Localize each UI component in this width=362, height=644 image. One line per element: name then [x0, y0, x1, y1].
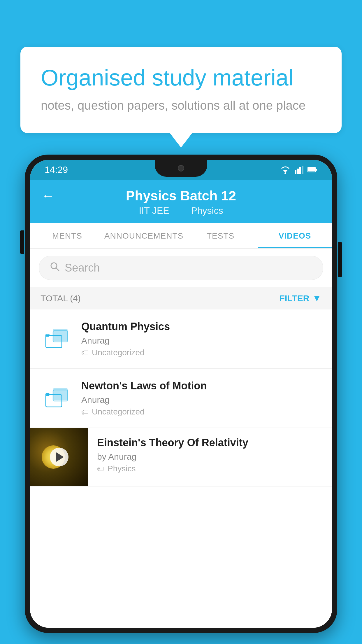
page-title: Physics Batch 12 [126, 188, 236, 204]
video-info-2: Newton's Laws of Motion Anurag 🏷 Uncateg… [81, 380, 321, 416]
video-author-1: Anurag [81, 336, 321, 346]
tab-tests[interactable]: TESTS [183, 223, 258, 248]
filter-funnel-icon: ▼ [312, 293, 321, 304]
tab-ments[interactable]: MENTS [30, 223, 104, 248]
video-tag-1: 🏷 Uncategorized [81, 348, 321, 357]
video-tag-2: 🏷 Uncategorized [81, 407, 321, 416]
phone-screen: 14:29 [30, 160, 332, 628]
tab-bar: MENTS ANNOUNCEMENTS TESTS VIDEOS [30, 223, 332, 249]
header-subtitle-sep [179, 205, 184, 216]
list-item[interactable]: Quantum Physics Anurag 🏷 Uncategorized [30, 309, 332, 369]
svg-rect-5 [302, 166, 303, 174]
video-tag-3: 🏷 Physics [97, 464, 323, 473]
play-button-3[interactable] [50, 448, 68, 466]
folder-icon-1 [41, 323, 73, 355]
video-info-1: Quantum Physics Anurag 🏷 Uncategorized [81, 321, 321, 357]
video-title-3: Einstein's Theory Of Relativity [97, 437, 323, 449]
tab-videos[interactable]: VIDEOS [258, 223, 332, 248]
tag-icon-1: 🏷 [81, 348, 89, 357]
speech-bubble: Organised study material notes, question… [20, 47, 342, 133]
list-item[interactable]: Einstein's Theory Of Relativity by Anura… [30, 428, 332, 487]
app-header: ← Physics Batch 12 IIT JEE Physics [30, 180, 332, 223]
header-subtitle-iitjee: IIT JEE [139, 205, 169, 216]
video-author-3: by Anurag [97, 452, 323, 462]
video-list: Quantum Physics Anurag 🏷 Uncategorized [30, 309, 332, 628]
list-item[interactable]: Newton's Laws of Motion Anurag 🏷 Uncateg… [30, 369, 332, 428]
header-row: ← Physics Batch 12 [42, 188, 320, 204]
tag-icon-2: 🏷 [81, 407, 89, 416]
wifi-icon [280, 166, 291, 174]
filter-button[interactable]: FILTER ▼ [280, 293, 321, 304]
svg-rect-4 [299, 167, 301, 174]
video-thumbnail-3 [30, 428, 88, 486]
video-info-3: Einstein's Theory Of Relativity by Anura… [88, 428, 332, 482]
bubble-subtitle: notes, question papers, solutions all at… [41, 99, 321, 113]
svg-rect-3 [297, 169, 299, 174]
bubble-title: Organised study material [41, 64, 321, 92]
tab-announcements[interactable]: ANNOUNCEMENTS [104, 223, 183, 248]
phone-wrapper: 14:29 [25, 155, 337, 644]
folder-icon-2 [41, 382, 73, 414]
header-subtitle: IIT JEE Physics [135, 205, 226, 216]
status-icons [280, 166, 317, 174]
back-button[interactable]: ← [42, 188, 55, 203]
svg-rect-8 [308, 168, 315, 172]
search-container: Search [30, 249, 332, 287]
notch [155, 160, 207, 177]
filter-row: TOTAL (4) FILTER ▼ [30, 287, 332, 309]
total-count: TOTAL (4) [41, 293, 81, 303]
header-subtitle-physics: Physics [191, 205, 223, 216]
phone-outer: 14:29 [25, 155, 337, 633]
battery-icon [307, 167, 317, 173]
tag-icon-3: 🏷 [97, 464, 105, 473]
video-title-1: Quantum Physics [81, 321, 321, 333]
camera-icon [178, 165, 184, 172]
svg-point-1 [284, 172, 286, 174]
play-triangle-icon [56, 452, 64, 462]
search-icon [50, 261, 60, 274]
video-author-2: Anurag [81, 395, 321, 405]
video-title-2: Newton's Laws of Motion [81, 380, 321, 392]
svg-rect-7 [316, 169, 317, 171]
search-bar[interactable]: Search [39, 256, 323, 280]
status-bar: 14:29 [30, 160, 332, 180]
search-input[interactable]: Search [65, 262, 100, 274]
status-time: 14:29 [45, 164, 68, 175]
svg-marker-0 [283, 170, 288, 173]
signal-icon [295, 166, 303, 174]
svg-rect-2 [295, 170, 296, 174]
svg-line-10 [56, 268, 59, 271]
